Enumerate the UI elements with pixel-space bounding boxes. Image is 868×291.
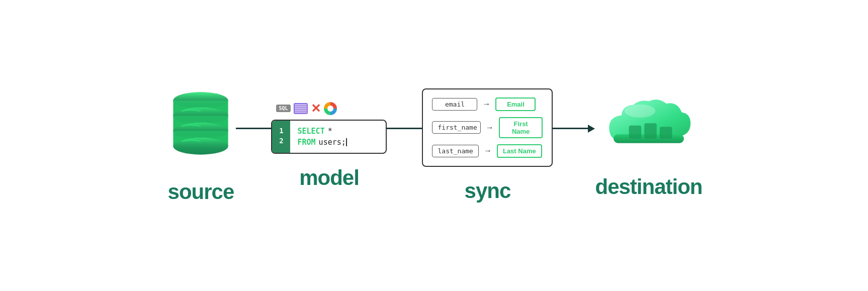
sync-label: sync [465,179,511,203]
field-dest-lastname: Last Name [497,144,542,158]
svg-rect-13 [644,123,657,139]
x-icon: ✕ [311,102,321,116]
tool-icons-row: SQL ✕ [276,102,336,116]
sync-step: email → Email first_name → First Name la… [422,88,553,203]
model-step: SQL ✕ 1 2 SELECT * [271,102,387,190]
destination-label: destination [595,175,702,199]
destination-step: destination [595,92,702,199]
line-numbers: 1 2 [272,121,290,153]
svg-point-15 [625,104,655,117]
code-asterisk: * [328,127,332,136]
svg-rect-14 [660,127,672,139]
sql-editor-container: SQL ✕ 1 2 SELECT * [271,102,387,154]
keyword-from: FROM [297,138,315,147]
field-row-firstname: first_name → First Name [432,117,543,138]
keyword-select: SELECT [297,127,324,136]
database-icon [165,87,236,168]
code-line-1: SELECT * [297,127,346,136]
model-label: model [299,166,359,190]
connector-1 [236,128,271,129]
svg-rect-12 [629,125,642,138]
cursor-blink [346,138,347,146]
connector-3 [553,125,595,133]
arrow-firstname: → [486,123,494,132]
sheet-icon [294,103,308,114]
ring-icon [324,102,337,115]
field-source-firstname: first_name [432,121,480,134]
source-step: source [165,87,236,204]
code-line-2: FROM users; [297,138,346,147]
source-label: source [168,180,234,204]
line-num-1: 1 [279,127,283,135]
diagram-container: source SQL ✕ 1 2 [0,77,868,214]
svg-point-9 [173,122,228,139]
svg-point-10 [173,137,228,154]
svg-point-7 [173,92,228,109]
arrow-lastname: → [484,146,492,155]
connector-line-2 [387,128,422,129]
connector-2 [387,128,422,129]
code-table: users; [319,138,347,147]
field-dest-email: Email [495,98,536,111]
sql-lines: 1 2 SELECT * FROM users; [272,121,386,153]
connector-arrowhead [588,125,595,133]
code-content: SELECT * FROM users; [290,121,354,153]
arrow-email: → [482,100,490,109]
sql-icon: SQL [276,105,290,112]
sync-mapping-box: email → Email first_name → First Name la… [422,88,553,167]
field-row-lastname: last_name → Last Name [432,144,543,158]
line-num-2: 2 [279,137,283,145]
connector-line-1 [236,128,271,129]
field-dest-firstname: First Name [499,117,543,138]
field-row-email: email → Email [432,98,543,111]
cloud-icon [603,92,694,163]
field-source-email: email [432,98,477,111]
sql-box: 1 2 SELECT * FROM users; [271,120,387,154]
svg-point-8 [173,107,228,124]
field-source-lastname: last_name [432,145,478,157]
connector-line-3 [553,128,588,129]
